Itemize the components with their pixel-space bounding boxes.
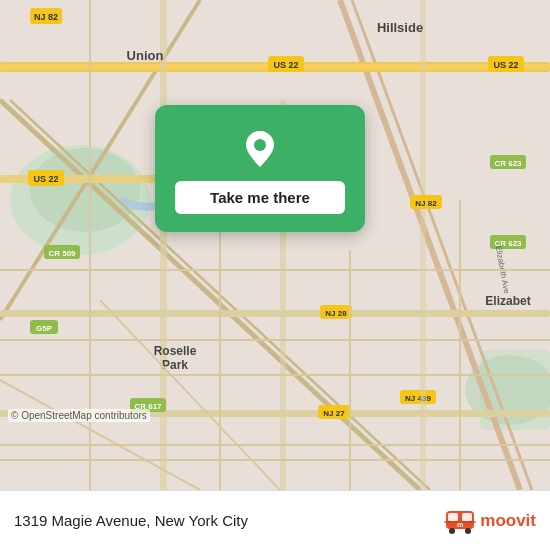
svg-text:US 22: US 22	[493, 60, 518, 70]
svg-text:NJ 82: NJ 82	[415, 199, 437, 208]
moovit-bus-icon: m	[444, 505, 476, 537]
svg-rect-31	[420, 0, 426, 490]
svg-text:m: m	[457, 521, 463, 528]
svg-text:NJ 439: NJ 439	[405, 394, 431, 403]
svg-text:US 22: US 22	[33, 174, 58, 184]
svg-text:Union: Union	[127, 48, 164, 63]
svg-rect-29	[160, 0, 167, 490]
svg-text:Elizabet: Elizabet	[485, 294, 530, 308]
svg-point-62	[254, 139, 266, 151]
svg-point-67	[465, 528, 471, 534]
svg-text:Roselle: Roselle	[154, 344, 197, 358]
svg-text:G5P: G5P	[36, 324, 53, 333]
svg-text:CR 623: CR 623	[494, 159, 522, 168]
svg-text:NJ 28: NJ 28	[325, 309, 347, 318]
svg-point-66	[449, 528, 455, 534]
address-label: 1319 Magie Avenue, New York City	[14, 512, 444, 529]
map-view: US 22 US 22 NJ 82 US 22 NJ 28 NJ 27 NJ 4…	[0, 0, 550, 490]
bottom-info-bar: 1319 Magie Avenue, New York City m moovi…	[0, 490, 550, 550]
svg-rect-21	[0, 310, 550, 317]
svg-point-2	[30, 148, 140, 232]
svg-text:US 22: US 22	[273, 60, 298, 70]
moovit-logo: m moovit	[444, 505, 536, 537]
svg-text:NJ 27: NJ 27	[323, 409, 345, 418]
moovit-text-label: moovit	[480, 511, 536, 531]
svg-text:Hillside: Hillside	[377, 20, 423, 35]
take-me-there-button[interactable]: Take me there	[175, 181, 345, 214]
location-pin-icon	[238, 127, 282, 171]
osm-attribution: © OpenStreetMap contributors	[8, 409, 150, 422]
svg-rect-65	[462, 513, 472, 521]
svg-rect-64	[448, 513, 458, 521]
location-card: Take me there	[155, 105, 365, 232]
svg-text:NJ 82: NJ 82	[34, 12, 58, 22]
svg-text:CR 509: CR 509	[48, 249, 76, 258]
